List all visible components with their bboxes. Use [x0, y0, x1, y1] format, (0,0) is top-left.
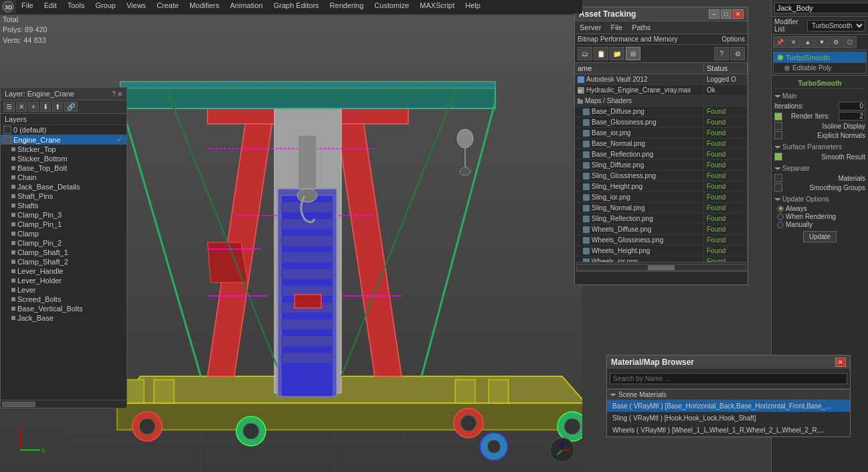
menu-file[interactable]: File — [16, 0, 39, 13]
scrollbar-track[interactable] — [576, 264, 746, 270]
modifier-stack[interactable]: TurboSmooth Editable Poly — [773, 52, 867, 74]
list-item[interactable]: Sticker_Top — [1, 145, 126, 154]
table-row[interactable]: Maps / Shaders — [575, 96, 748, 106]
list-item[interactable]: Clamp_Shaft_1 — [1, 248, 126, 257]
separate-section-divider[interactable]: Separate — [774, 163, 865, 173]
modifier-pin-btn[interactable]: 📌 — [773, 36, 786, 48]
asset-horizontal-scrollbar[interactable] — [575, 262, 748, 271]
menu-rendering[interactable]: Rendering — [325, 0, 369, 13]
list-item[interactable]: Screed_Bolts — [1, 295, 126, 304]
list-item[interactable]: Engine_Crane ✓ — [1, 135, 126, 145]
modifier-stack-item[interactable]: TurboSmooth — [774, 52, 866, 63]
menu-tools[interactable]: Tools — [62, 0, 90, 13]
always-radio-button[interactable] — [777, 206, 784, 212]
list-item[interactable]: Clamp_Shaft_2 — [1, 257, 126, 266]
asset-toolbar-btn1[interactable]: 🗂 — [578, 47, 592, 60]
main-section-divider[interactable]: Main — [774, 91, 865, 101]
explicit-checkbox[interactable] — [774, 131, 782, 139]
table-row[interactable]: Sling_Reflection.png Found — [575, 214, 748, 224]
table-row[interactable]: Wheels_Diffuse.png Found — [575, 224, 748, 235]
table-row[interactable]: Sling_Normal.png Found — [575, 203, 748, 214]
list-item[interactable]: Lever_Holder — [1, 276, 126, 285]
scrollbar-thumb[interactable] — [648, 265, 675, 270]
layer-checkbox[interactable] — [3, 126, 11, 134]
menu-customize[interactable]: Customize — [369, 0, 414, 13]
asset-toolbar-settings[interactable]: ⚙ — [730, 47, 745, 60]
modifier-move-down-btn[interactable]: ▼ — [815, 36, 829, 48]
menu-animation[interactable]: Animation — [225, 0, 268, 13]
list-item[interactable]: Clamp_Pin_1 — [1, 220, 126, 229]
table-row[interactable]: Wheels_Glossiness.png Found — [575, 235, 748, 246]
list-item[interactable]: Chain — [1, 173, 126, 182]
menu-views[interactable]: Views — [121, 0, 151, 13]
smoothing-checkbox[interactable] — [774, 183, 782, 191]
surface-section-divider[interactable]: Surface Parameters — [774, 142, 865, 152]
table-row[interactable]: Sling_Diffuse.png Found — [575, 160, 748, 171]
menu-edit[interactable]: Edit — [39, 0, 62, 13]
asset-options-label[interactable]: Options — [722, 35, 745, 43]
manually-radio-button[interactable] — [777, 222, 784, 228]
modifier-config-btn[interactable]: ⚙ — [829, 36, 843, 48]
asset-table-body[interactable]: Autodesk Vault 2012 Logged O M Hydraulic… — [575, 74, 748, 262]
layers-toolbar-btn1[interactable]: ☰ — [3, 102, 15, 112]
material-close-btn[interactable]: ✕ — [835, 358, 846, 367]
table-row[interactable]: Base_Diffuse.png Found — [575, 106, 748, 117]
menu-modifiers[interactable]: Modifiers — [184, 0, 225, 13]
render-iters-checkbox[interactable] — [774, 112, 782, 121]
list-item[interactable]: Lever — [1, 285, 126, 295]
asset-menu-server[interactable]: Server — [578, 23, 603, 32]
object-name-field[interactable] — [774, 3, 868, 13]
layers-toolbar-btn3[interactable]: + — [28, 102, 39, 112]
list-item[interactable]: Jack_Base_Details — [1, 182, 126, 191]
asset-toolbar-btn2[interactable]: 📋 — [594, 47, 608, 60]
asset-menu-file[interactable]: File — [608, 23, 624, 32]
list-item[interactable]: Lever_Handle — [1, 266, 126, 276]
layers-toolbar-btn6[interactable]: 🔗 — [64, 102, 78, 112]
list-item[interactable]: Base_Vertical_Bolts — [1, 304, 126, 313]
table-row[interactable]: Base_Normal.png Found — [575, 139, 748, 149]
list-item[interactable]: Wheels ( VRayMtl ) [Wheel_1_L,Wheel_1_R,… — [607, 424, 850, 437]
list-item[interactable]: Jack_Base — [1, 313, 126, 323]
table-row[interactable]: Sling_Height.png Found — [575, 181, 748, 192]
list-item[interactable]: Base_Top_Bolt — [1, 163, 126, 173]
layer-checkbox[interactable] — [3, 136, 11, 144]
table-row[interactable]: Wheels_Height.png Found — [575, 246, 748, 256]
layers-toolbar-btn2[interactable]: ✕ — [16, 102, 27, 112]
manually-radio[interactable]: Manually — [777, 221, 863, 228]
asset-toolbar-help[interactable]: ? — [714, 47, 729, 60]
layers-toolbar-btn4[interactable]: ⬇ — [40, 102, 51, 112]
list-item[interactable]: Clamp — [1, 229, 126, 238]
asset-toolbar-btn3[interactable]: 📁 — [610, 47, 624, 60]
smooth-result-checkbox[interactable] — [774, 153, 782, 161]
layers-toolbar-btn5[interactable]: ⬆ — [52, 102, 63, 112]
list-item[interactable]: Base ( VRayMtl ) [Base_Horizontal_Back,B… — [607, 400, 850, 412]
list-item[interactable]: 0 (default) — [1, 125, 126, 135]
modifier-stack-item[interactable]: Editable Poly — [774, 63, 866, 73]
always-radio[interactable]: Always — [777, 205, 863, 212]
table-row[interactable]: Base_ior.png Found — [575, 128, 748, 139]
material-search-input[interactable] — [610, 373, 847, 384]
iterations-field[interactable] — [839, 102, 865, 110]
menu-group[interactable]: Group — [90, 0, 121, 13]
modifier-list-dropdown[interactable]: TurboSmooth — [807, 20, 865, 31]
scene-materials-header[interactable]: Scene Materials — [607, 389, 850, 400]
table-row[interactable]: M Hydraulic_Engine_Crane_vray.max Ok — [575, 85, 748, 96]
asset-minimize-btn[interactable]: ─ — [709, 9, 719, 19]
table-row[interactable]: Autodesk Vault 2012 Logged O — [575, 74, 748, 85]
table-row[interactable]: Base_Glossiness.png Found — [575, 117, 748, 128]
materials-checkbox[interactable] — [774, 174, 782, 182]
asset-toolbar-btn4[interactable]: ⊞ — [626, 47, 640, 60]
table-row[interactable]: Base_Reflection.png Found — [575, 149, 748, 160]
list-item[interactable]: Shaft_Pins — [1, 191, 126, 201]
table-row[interactable]: Wheels_ior.png Found — [575, 256, 748, 262]
when-rendering-radio-button[interactable] — [777, 214, 784, 220]
layers-help-btn[interactable]: ? — [112, 90, 116, 98]
list-item[interactable]: Clamp_Pin_3 — [1, 210, 126, 220]
menu-graph-editors[interactable]: Graph Editors — [268, 0, 325, 13]
update-section-divider[interactable]: Update Options — [774, 194, 865, 204]
list-item[interactable]: Clamp_Pin_2 — [1, 238, 126, 248]
modifier-make-unique-btn[interactable]: ⬡ — [843, 36, 857, 48]
asset-close-btn[interactable]: ✕ — [733, 9, 744, 19]
menu-help[interactable]: Help — [460, 0, 486, 13]
layers-list[interactable]: 0 (default) Engine_Crane ✓ Sticker_Top S… — [1, 125, 126, 400]
